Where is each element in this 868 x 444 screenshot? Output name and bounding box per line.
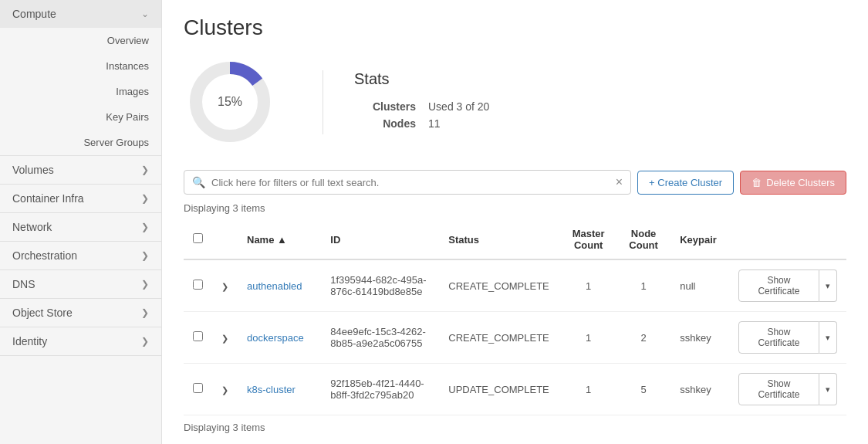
sidebar-item-container-infra[interactable]: Container Infra ❯ <box>0 185 161 212</box>
search-input[interactable] <box>211 177 616 188</box>
sidebar-item-orchestration[interactable]: Orchestration ❯ <box>0 242 161 269</box>
toolbar: 🔍 × + Create Cluster 🗑 Delete Clusters <box>184 170 846 195</box>
row-checkbox-cell <box>184 312 212 364</box>
row-node-cell: 2 <box>616 312 670 364</box>
stats-section: 15% Stats Clusters Used 3 of 20 Nodes 11 <box>184 56 846 148</box>
sidebar-item-object-store[interactable]: Object Store ❯ <box>0 299 161 327</box>
donut-label: 15% <box>218 95 242 109</box>
row-master-cell: 1 <box>560 259 616 312</box>
stats-clusters-row: Clusters Used 3 of 20 <box>354 100 846 113</box>
row-keypair-cell: sshkey <box>670 364 729 415</box>
displaying-count-bottom: Displaying 3 items <box>184 422 846 433</box>
sidebar: Compute ⌄ Overview Instances Images Key … <box>0 0 162 444</box>
th-action <box>729 220 846 259</box>
action-dropdown-button[interactable]: ▾ <box>819 269 837 302</box>
row-expand-cell: ❯ <box>212 259 238 312</box>
sidebar-compute-label: Compute <box>12 8 56 20</box>
clear-search-icon[interactable]: × <box>616 175 623 189</box>
cluster-link[interactable]: dockerspace <box>247 332 304 344</box>
main-content: Clusters 15% Stats Clusters Used 3 of 20… <box>162 0 868 444</box>
action-btn-group: Show Certificate ▾ <box>738 373 837 405</box>
sidebar-item-servergroups[interactable]: Server Groups <box>0 130 161 155</box>
sort-asc-icon: ▲ <box>277 234 287 246</box>
row-id-cell: 92f185eb-4f21-4440-b8ff-3fd2c795ab20 <box>321 364 439 415</box>
show-certificate-button[interactable]: Show Certificate <box>738 373 819 405</box>
th-name[interactable]: Name ▲ <box>238 220 321 259</box>
delete-clusters-button[interactable]: 🗑 Delete Clusters <box>740 171 846 195</box>
th-status: Status <box>439 220 560 259</box>
delete-icon: 🗑 <box>751 177 762 188</box>
sidebar-item-overview[interactable]: Overview <box>0 28 161 53</box>
stats-title: Stats <box>354 70 846 88</box>
row-expand-cell: ❯ <box>212 364 238 415</box>
row-id-cell: 1f395944-682c-495a-876c-61419bd8e85e <box>321 259 439 312</box>
donut-chart: 15% <box>184 56 276 148</box>
row-node-cell: 5 <box>616 364 670 415</box>
sidebar-item-network[interactable]: Network ❯ <box>0 213 161 241</box>
row-id-cell: 84ee9efc-15c3-4262-8b85-a9e2a5c06755 <box>321 312 439 364</box>
cluster-link[interactable]: k8s-cluster <box>247 384 296 395</box>
action-dropdown-button[interactable]: ▾ <box>819 321 837 354</box>
sidebar-item-images[interactable]: Images <box>0 79 161 104</box>
sidebar-item-identity[interactable]: Identity ❯ <box>0 327 161 355</box>
th-keypair: Keypair <box>670 220 729 259</box>
delete-label: Delete Clusters <box>766 177 835 188</box>
action-dropdown-button[interactable]: ▾ <box>819 373 837 405</box>
search-box[interactable]: 🔍 × <box>184 170 631 195</box>
row-status-cell: CREATE_COMPLETE <box>439 312 560 364</box>
row-checkbox[interactable] <box>193 383 203 393</box>
displaying-count-top: Displaying 3 items <box>184 202 846 214</box>
row-action-cell: Show Certificate ▾ <box>729 364 846 415</box>
chevron-down-icon: ▾ <box>826 385 830 394</box>
chevron-right-icon: ❯ <box>141 164 149 175</box>
select-all-checkbox[interactable] <box>193 233 203 243</box>
page-title: Clusters <box>184 15 846 40</box>
row-master-cell: 1 <box>560 312 616 364</box>
row-status-cell: UPDATE_COMPLETE <box>439 364 560 415</box>
stats-nodes-row: Nodes 11 <box>354 117 846 130</box>
expand-icon[interactable]: ❯ <box>221 282 228 291</box>
search-icon: 🔍 <box>192 176 205 188</box>
row-action-cell: Show Certificate ▾ <box>729 312 846 364</box>
chevron-right-icon: ❯ <box>141 307 149 318</box>
row-checkbox-cell <box>184 364 212 415</box>
chevron-down-icon: ▾ <box>826 281 830 290</box>
table-body: ❯ authenabled 1f395944-682c-495a-876c-61… <box>184 259 846 415</box>
row-checkbox-cell <box>184 259 212 312</box>
create-cluster-button[interactable]: + Create Cluster <box>637 171 734 195</box>
sidebar-item-compute[interactable]: Compute ⌄ <box>0 0 161 28</box>
expand-icon[interactable]: ❯ <box>221 334 228 343</box>
clusters-value: Used 3 of 20 <box>428 100 489 113</box>
table-row: ❯ k8s-cluster 92f185eb-4f21-4440-b8ff-3f… <box>184 364 846 415</box>
chevron-down-icon: ▾ <box>826 333 830 342</box>
show-certificate-button[interactable]: Show Certificate <box>738 321 819 354</box>
row-name-cell: dockerspace <box>238 312 321 364</box>
chevron-right-icon: ❯ <box>141 279 149 290</box>
chevron-right-icon: ❯ <box>141 336 149 347</box>
th-checkbox <box>184 220 212 259</box>
sidebar-item-volumes[interactable]: Volumes ❯ <box>0 156 161 184</box>
show-certificate-button[interactable]: Show Certificate <box>738 269 819 302</box>
row-checkbox[interactable] <box>193 331 203 341</box>
table-header: Name ▲ ID Status Master Count Node Count… <box>184 220 846 259</box>
row-action-cell: Show Certificate ▾ <box>729 259 846 312</box>
chevron-right-icon: ❯ <box>141 222 149 232</box>
sidebar-item-instances[interactable]: Instances <box>0 53 161 79</box>
nodes-label: Nodes <box>354 117 416 130</box>
row-status-cell: CREATE_COMPLETE <box>439 259 560 312</box>
row-master-cell: 1 <box>560 364 616 415</box>
chevron-right-icon: ❯ <box>141 193 149 204</box>
sidebar-item-keypairs[interactable]: Key Pairs <box>0 104 161 130</box>
nodes-value: 11 <box>428 117 441 130</box>
row-name-cell: authenabled <box>238 259 321 312</box>
th-expand <box>212 220 238 259</box>
action-btn-group: Show Certificate ▾ <box>738 269 837 302</box>
cluster-link[interactable]: authenabled <box>247 280 302 292</box>
chevron-right-icon: ❯ <box>141 250 149 261</box>
sidebar-item-dns[interactable]: DNS ❯ <box>0 270 161 298</box>
row-checkbox[interactable] <box>193 280 203 290</box>
row-name-cell: k8s-cluster <box>238 364 321 415</box>
row-keypair-cell: sshkey <box>670 312 729 364</box>
expand-icon[interactable]: ❯ <box>221 385 228 395</box>
table-row: ❯ authenabled 1f395944-682c-495a-876c-61… <box>184 259 846 312</box>
